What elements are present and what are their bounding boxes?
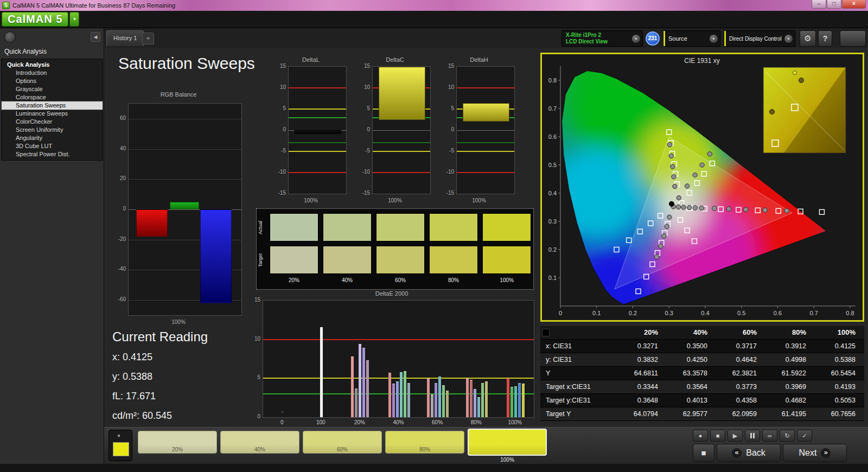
stimulus-swatch-100%[interactable]: 100% <box>467 428 548 463</box>
back-arrow-icon: « <box>732 448 742 458</box>
sidebar-item-colorchecker[interactable]: ColorChecker <box>2 118 103 126</box>
deltal-y-tick: 5 <box>273 105 286 111</box>
deltac-y-tick: -15 <box>357 190 370 196</box>
loop-button[interactable]: ↻ <box>780 430 795 442</box>
display-control-dropdown-icon[interactable]: ▼ <box>784 34 793 43</box>
source-accent <box>663 31 665 46</box>
play-button[interactable]: ▶ <box>727 430 743 442</box>
tab-history-1[interactable]: History 1 <box>106 30 144 46</box>
sidebar-item-angularity[interactable]: Angularity <box>2 134 103 142</box>
deltae-bar <box>514 386 517 417</box>
help-icon: ? <box>823 34 828 43</box>
cie-measured-circle <box>681 205 686 209</box>
deltae-bar <box>477 397 480 417</box>
deltae-bar <box>427 378 430 417</box>
cie-tick-label: 0.4 <box>701 310 709 316</box>
continuous-button[interactable]: ∞ <box>762 430 777 442</box>
deltae-x-tick: 40% <box>385 419 412 425</box>
record-icon: ● <box>117 432 120 438</box>
deltac-zero-line <box>373 130 430 131</box>
infinity-icon: ∞ <box>768 432 772 439</box>
cie-title: CIE 1931 xy <box>684 57 719 65</box>
delta-chart-2: DeltaH 100% 151050-5-10-15 <box>441 56 517 208</box>
record-button[interactable]: ● <box>693 430 708 442</box>
meter-dropdown-icon[interactable]: ▼ <box>631 34 641 43</box>
current-reading-title: Current Reading <box>112 329 208 345</box>
next-button[interactable]: Next » <box>783 444 847 462</box>
add-tab-button[interactable]: + <box>142 33 154 44</box>
cie-tick-label: 0.1 <box>592 310 601 316</box>
table-cell-value: 0.3564 <box>666 380 715 393</box>
sidebar-item-spectral-power-dist-[interactable]: Spectral Power Dist. <box>2 150 103 158</box>
deltal-ref-line <box>289 172 346 173</box>
swatch-actual-40% <box>323 213 372 241</box>
stimulus-preview-button[interactable]: ● <box>108 430 132 461</box>
play-icon: ▶ <box>733 432 737 439</box>
sidebar-collapse-button[interactable]: ◀ <box>91 32 100 42</box>
sidebar-menu-button[interactable] <box>4 31 16 43</box>
table-row[interactable]: Y64.681163.357862.382161.592260.5454 <box>540 367 864 380</box>
source-selector[interactable]: Source ▼ <box>663 30 720 47</box>
sidebar-item-quick-analysis[interactable]: Quick Analysis <box>2 61 103 69</box>
help-button[interactable]: ? <box>818 30 832 47</box>
pause-button[interactable] <box>745 430 760 442</box>
status-strip <box>0 464 868 472</box>
stop-button[interactable]: ■ <box>710 430 725 442</box>
back-button[interactable]: « Back <box>717 444 781 462</box>
sidebar-item-3d-cube-lut[interactable]: 3D Cube LUT <box>2 142 103 150</box>
cie-svg: CIE 1931 xy 00.10.20.30.40.50.60.70.80.1… <box>542 54 863 320</box>
stimulus-swatch-60%[interactable]: 60% <box>302 428 383 463</box>
table-header-cell: 20% <box>616 326 666 339</box>
table-header-cell: 80% <box>764 326 814 339</box>
accept-button[interactable]: ✓ <box>797 430 812 442</box>
table-row[interactable]: y: CIE310.38320.42500.46420.49980.5388 <box>540 353 864 367</box>
restore-button[interactable]: □ <box>827 0 841 9</box>
sidebar-item-introduction[interactable]: Introduction <box>2 69 103 77</box>
sidebar-item-options[interactable]: Options <box>2 77 103 85</box>
cie-tick-label: 0.2 <box>548 246 557 253</box>
deltae-bar <box>404 371 406 417</box>
sidebar-item-grayscale[interactable]: Grayscale <box>2 85 103 93</box>
sidebar-item-screen-uniformity[interactable]: Screen Uniformity <box>2 126 103 134</box>
rgb-gridline <box>129 149 241 150</box>
table-cell-value: 62.0959 <box>715 407 764 420</box>
stimulus-swatch-20%[interactable]: 20% <box>137 428 218 463</box>
table-row[interactable]: x: CIE310.32710.35000.37170.39120.4125 <box>540 340 864 353</box>
stimulus-swatch-40%[interactable]: 40% <box>219 428 301 463</box>
deltae-x-tick: 60% <box>424 419 451 425</box>
reading-cdm2: cd/m²: 60.545 <box>112 410 172 422</box>
table-row[interactable]: Target x:CIE310.33440.35640.37730.39690.… <box>540 380 864 394</box>
titlebar: 5 CalMAN 5 CalMAN Ultimate for Business … <box>0 0 868 11</box>
cie-measured-circle <box>672 175 676 179</box>
display-control-selector[interactable]: Direct Display Control ▼ <box>724 30 795 47</box>
table-row[interactable]: Target Y64.079462.957762.095961.419560.7… <box>540 407 864 421</box>
sidebar-item-saturation-sweeps[interactable]: Saturation Sweeps <box>2 101 103 110</box>
big-stop-button[interactable]: ■ <box>693 444 714 462</box>
table-cell-value: 0.4998 <box>764 353 814 366</box>
table-corner-swatch <box>542 329 550 336</box>
meter-name: X-Rite i1Pro 2 LCD Direct View <box>562 32 608 45</box>
sidebar-item-colorspace[interactable]: Colorspace <box>2 93 103 101</box>
logo-dropdown-icon[interactable]: ▼ <box>69 12 79 27</box>
deltah-y-tick: 15 <box>441 63 454 69</box>
table-row[interactable]: Target y:CIE310.36480.40130.43580.46820.… <box>540 394 864 407</box>
source-dropdown-icon[interactable]: ▼ <box>709 34 718 43</box>
app-icon: 5 <box>2 2 10 9</box>
cie-measured-circle <box>726 207 731 211</box>
deltae-x-tick: 20% <box>346 419 373 425</box>
sidebar-item-luminance-sweeps[interactable]: Luminance Sweeps <box>2 110 103 118</box>
deltac-plot <box>372 66 431 194</box>
stimulus-swatch-80%[interactable]: 80% <box>384 428 465 463</box>
deltae-bar <box>446 391 449 417</box>
settings-button[interactable]: ⚙ <box>800 30 816 47</box>
extra-toolbar-button[interactable] <box>840 30 866 47</box>
deltae-x-tick: 100% <box>501 419 528 425</box>
table-cell-value: 0.4193 <box>814 380 863 393</box>
close-button[interactable]: × <box>842 0 866 9</box>
loop-icon: ↻ <box>784 432 789 439</box>
minimize-button[interactable]: – <box>812 0 826 9</box>
deltac-y-tick: 0 <box>357 126 370 132</box>
cie-tick-label: 0.3 <box>548 218 557 225</box>
meter-selector[interactable]: X-Rite i1Pro 2 LCD Direct View ▼ <box>561 30 643 47</box>
cie-measured-circle <box>784 208 789 213</box>
